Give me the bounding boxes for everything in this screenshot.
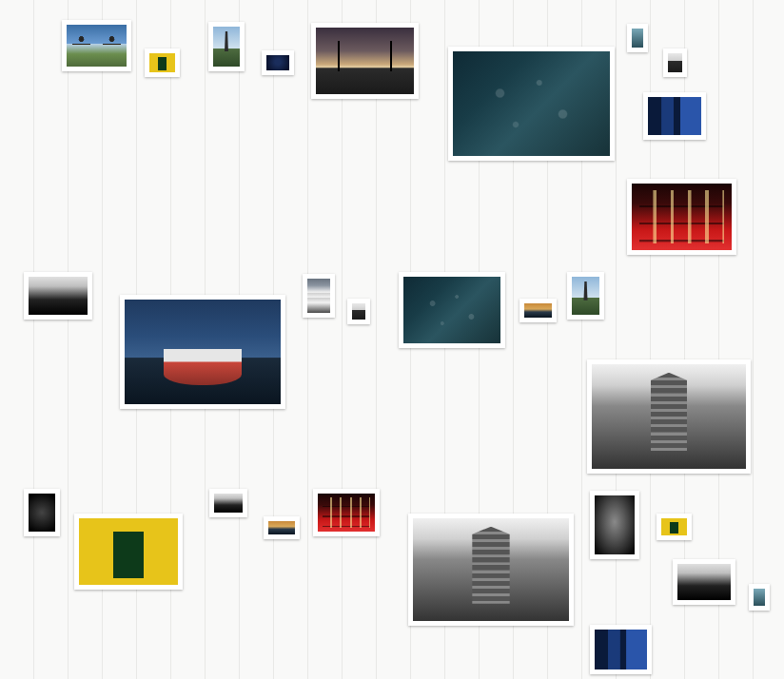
photo-image <box>29 277 88 315</box>
photo-thumbnail[interactable] <box>62 20 131 71</box>
photo-image <box>268 521 295 534</box>
photo-image <box>592 364 746 469</box>
photo-image <box>214 494 243 513</box>
photo-thumbnail[interactable] <box>209 489 247 517</box>
photo-image <box>413 518 569 621</box>
photo-image <box>661 518 687 535</box>
photo-image <box>213 27 240 67</box>
photo-thumbnail[interactable] <box>627 179 736 255</box>
photo-image <box>316 28 414 94</box>
photo-image <box>632 184 732 250</box>
photo-image <box>632 29 643 48</box>
photo-thumbnail[interactable] <box>643 92 706 140</box>
photo-thumbnail[interactable] <box>663 48 687 77</box>
photo-thumbnail[interactable] <box>262 50 294 75</box>
photo-thumbnail[interactable] <box>264 516 300 539</box>
photo-image <box>595 495 635 554</box>
photo-thumbnail[interactable] <box>208 22 245 71</box>
photo-image <box>595 630 647 669</box>
photo-image <box>29 494 55 532</box>
photo-thumbnail[interactable] <box>347 299 370 324</box>
photo-image <box>67 25 127 67</box>
photo-thumbnail[interactable] <box>519 299 557 322</box>
photo-image <box>648 97 701 135</box>
photo-image <box>266 55 289 70</box>
photo-image <box>677 564 731 600</box>
photo-thumbnail[interactable] <box>24 272 92 320</box>
photo-thumbnail[interactable] <box>74 514 183 590</box>
photo-thumbnail[interactable] <box>303 274 335 318</box>
photo-image <box>79 518 178 585</box>
photo-image <box>524 303 552 318</box>
photo-thumbnail[interactable] <box>145 48 180 77</box>
photo-thumbnail[interactable] <box>590 491 639 559</box>
photo-thumbnail[interactable] <box>567 272 604 320</box>
photo-image <box>318 494 375 532</box>
photo-thumbnail[interactable] <box>590 625 652 674</box>
photo-thumbnail[interactable] <box>448 47 615 161</box>
photo-thumbnail[interactable] <box>749 584 770 611</box>
photo-thumbnail[interactable] <box>587 359 751 474</box>
photo-image <box>149 53 175 72</box>
photo-thumbnail[interactable] <box>657 514 692 540</box>
photo-image <box>754 589 765 606</box>
photo-image <box>572 277 599 315</box>
photo-image <box>668 53 682 72</box>
photo-thumbnail[interactable] <box>24 489 60 536</box>
photo-canvas[interactable] <box>0 0 784 679</box>
photo-image <box>352 303 365 320</box>
photo-thumbnail[interactable] <box>627 24 648 52</box>
photo-image <box>125 300 281 404</box>
photo-thumbnail[interactable] <box>673 559 735 605</box>
photo-thumbnail[interactable] <box>311 23 419 99</box>
photo-thumbnail[interactable] <box>408 514 574 626</box>
photo-image <box>403 277 500 343</box>
photo-image <box>453 51 610 156</box>
photo-thumbnail[interactable] <box>313 489 380 536</box>
photo-image <box>307 279 330 313</box>
photo-thumbnail[interactable] <box>120 295 285 409</box>
photo-thumbnail[interactable] <box>399 272 505 348</box>
